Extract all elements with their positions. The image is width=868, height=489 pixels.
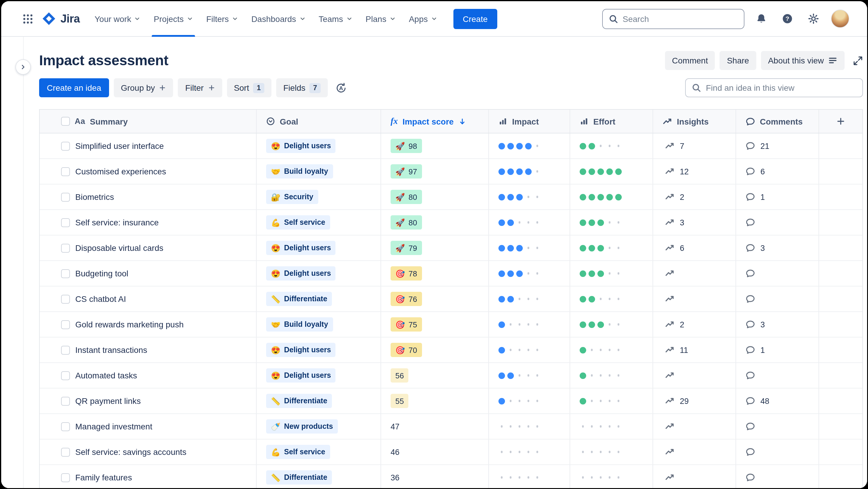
user-avatar[interactable] <box>831 9 849 28</box>
effort-cell[interactable] <box>569 159 653 184</box>
goal-cell[interactable]: 💪Self service <box>256 439 380 464</box>
idea-summary[interactable]: Self service: insurance <box>75 218 159 227</box>
summary-cell[interactable]: Self service: savings accounts <box>40 439 256 464</box>
effort-rating[interactable] <box>580 270 622 277</box>
row-checkbox[interactable] <box>61 167 70 176</box>
comments-cell[interactable] <box>736 465 818 488</box>
idea-summary[interactable]: Disposable virtual cards <box>75 243 163 253</box>
comments-cell[interactable]: 1 <box>736 338 818 363</box>
effort-cell[interactable] <box>569 134 653 159</box>
impact-cell[interactable] <box>488 465 569 488</box>
row-checkbox[interactable] <box>61 269 70 278</box>
summary-cell[interactable]: Self service: insurance <box>40 210 256 235</box>
group-by-button[interactable]: Group by <box>114 78 173 97</box>
idea-summary[interactable]: Family features <box>75 473 132 482</box>
nav-item-dashboards[interactable]: Dashboards <box>245 1 312 36</box>
column-header-insights[interactable]: Insights <box>653 110 736 133</box>
row-checkbox[interactable] <box>61 193 70 201</box>
summary-cell[interactable]: Family features <box>40 465 256 488</box>
insights-cell[interactable] <box>653 363 736 388</box>
effort-cell[interactable] <box>569 235 653 260</box>
summary-cell[interactable]: Biometrics <box>40 184 256 209</box>
find-idea-search[interactable] <box>685 78 863 97</box>
summary-cell[interactable]: Automated tasks <box>40 363 256 388</box>
effort-cell[interactable] <box>569 312 653 337</box>
goal-cell[interactable]: 📏Differentiate <box>256 389 380 413</box>
summary-cell[interactable]: QR payment links <box>40 389 256 413</box>
effort-rating[interactable] <box>580 398 622 404</box>
impact-rating[interactable] <box>498 143 540 149</box>
comments-cell[interactable] <box>736 414 818 439</box>
comments-cell[interactable]: 3 <box>736 235 818 260</box>
filter-button[interactable]: Filter <box>178 78 222 97</box>
impact-rating[interactable] <box>498 219 540 226</box>
impact-cell[interactable] <box>488 439 569 464</box>
effort-rating[interactable] <box>580 449 622 455</box>
insights-cell[interactable] <box>653 286 736 311</box>
nav-item-teams[interactable]: Teams <box>312 1 359 36</box>
effort-cell[interactable] <box>569 261 653 286</box>
goal-cell[interactable]: 🔐Security <box>256 184 380 209</box>
insights-cell[interactable]: 29 <box>653 389 736 413</box>
impact-rating[interactable] <box>498 194 540 200</box>
effort-cell[interactable] <box>569 439 653 464</box>
idea-summary[interactable]: Managed investment <box>75 422 152 431</box>
goal-cell[interactable]: 🤝Build loyalty <box>256 312 380 337</box>
column-header-goal[interactable]: Goal <box>256 110 380 133</box>
effort-cell[interactable] <box>569 184 653 209</box>
idea-summary[interactable]: Instant transactions <box>75 345 147 355</box>
insights-cell[interactable]: 2 <box>653 184 736 209</box>
table-row[interactable]: Budgeting tool😍Delight users🎯78 <box>40 261 862 286</box>
comments-cell[interactable]: 3 <box>736 312 818 337</box>
create-button[interactable]: Create <box>454 9 497 29</box>
impact-cell[interactable] <box>488 312 569 337</box>
about-this-view-button[interactable]: About this view <box>761 51 845 70</box>
effort-cell[interactable] <box>569 338 653 363</box>
column-header-impact[interactable]: Impact <box>488 110 569 133</box>
idea-summary[interactable]: Customised experiences <box>75 167 166 176</box>
idea-summary[interactable]: Biometrics <box>75 192 114 202</box>
effort-cell[interactable] <box>569 363 653 388</box>
row-checkbox[interactable] <box>61 345 70 354</box>
impact-cell[interactable] <box>488 414 569 439</box>
comments-cell[interactable] <box>736 363 818 388</box>
impact-rating[interactable] <box>498 398 540 404</box>
insights-cell[interactable]: 3 <box>653 210 736 235</box>
goal-cell[interactable]: 🤝Build loyalty <box>256 159 380 184</box>
goal-chip[interactable]: 🍼New products <box>266 419 338 434</box>
impact-rating[interactable] <box>498 474 540 481</box>
goal-chip[interactable]: 🤝Build loyalty <box>266 164 333 178</box>
effort-rating[interactable] <box>580 321 622 328</box>
insights-cell[interactable] <box>653 439 736 464</box>
insights-cell[interactable] <box>653 465 736 488</box>
effort-rating[interactable] <box>580 194 622 200</box>
goal-chip[interactable]: 📏Differentiate <box>266 470 332 485</box>
idea-summary[interactable]: Budgeting tool <box>75 269 128 278</box>
sidebar-expand-button[interactable] <box>16 59 31 75</box>
idea-summary[interactable]: QR payment links <box>75 396 141 406</box>
effort-rating[interactable] <box>580 244 622 251</box>
comment-button[interactable]: Comment <box>665 51 715 70</box>
comments-cell[interactable]: 48 <box>736 389 818 413</box>
auto-format-button[interactable]: A <box>333 79 350 97</box>
search-input[interactable] <box>623 14 738 23</box>
impact-cell[interactable] <box>488 338 569 363</box>
goal-chip[interactable]: 😍Delight users <box>266 139 336 153</box>
row-checkbox[interactable] <box>61 218 70 227</box>
goal-cell[interactable]: 😍Delight users <box>256 235 380 260</box>
impact-cell[interactable] <box>488 159 569 184</box>
impact-rating[interactable] <box>498 168 540 175</box>
insights-cell[interactable]: 12 <box>653 159 736 184</box>
goal-chip[interactable]: 😍Delight users <box>266 343 336 357</box>
notifications-button[interactable] <box>752 10 770 28</box>
sort-button[interactable]: Sort 1 <box>227 78 272 97</box>
insights-cell[interactable]: 11 <box>653 338 736 363</box>
comments-cell[interactable] <box>736 210 818 235</box>
effort-rating[interactable] <box>580 372 622 379</box>
create-idea-button[interactable]: Create an idea <box>39 78 109 97</box>
table-row[interactable]: Self service: insurance💪Self service🚀803 <box>40 210 862 235</box>
summary-cell[interactable]: Disposable virtual cards <box>40 235 256 260</box>
comments-cell[interactable] <box>736 286 818 311</box>
goal-cell[interactable]: 📏Differentiate <box>256 465 380 488</box>
impact-cell[interactable] <box>488 286 569 311</box>
